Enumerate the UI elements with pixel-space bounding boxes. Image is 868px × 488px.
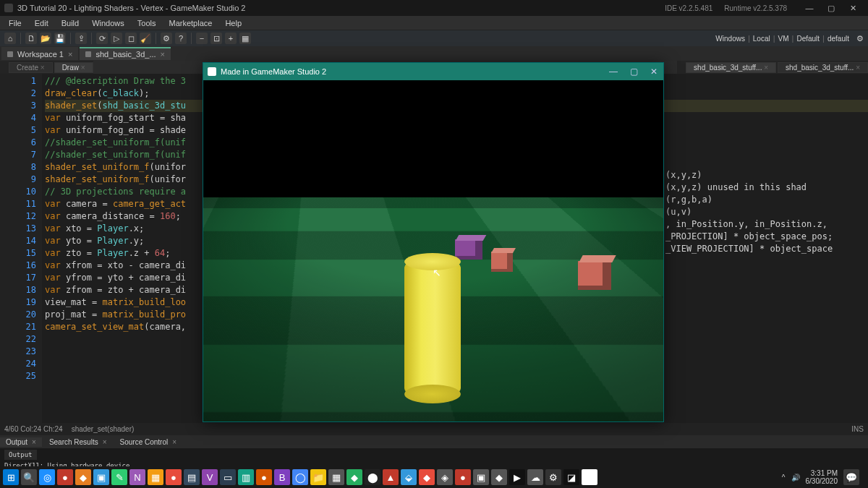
cursor-position: 4/60 Col:24 Ch:24 [4,425,63,433]
stop-icon[interactable]: ◻ [125,33,137,44]
close-icon[interactable]: × [79,64,85,72]
target-settings-icon[interactable]: ⚙ [856,34,864,43]
taskbar-app-icon[interactable]: ◪ [563,469,579,485]
taskbar-app-icon[interactable]: V [202,469,218,485]
line-gutter: 1234567891011121314151617181920212223242… [0,74,42,423]
taskbar-app-icon[interactable]: ● [57,469,73,485]
minimize-button[interactable]: — [799,1,820,15]
target-windows[interactable]: Windows [715,35,745,43]
toolbar: ⌂ 🗋 📂 💾 ⇪ ⟳ ▷ ◻ 🧹 ⚙ ? − ⊡ + ▦ Windows | … [0,30,868,46]
menu-file[interactable]: File [3,17,27,29]
game-maximize-button[interactable]: ▢ [629,67,639,77]
taskbar-app-icon[interactable]: ◆ [491,469,507,485]
window-title: 3D Tutorial 20 - Lighting Shaders - Vert… [17,4,246,12]
taskbar-app-icon[interactable]: ✎ [111,469,127,485]
help-icon[interactable]: ? [175,33,187,44]
debug-icon[interactable]: ⟳ [96,33,108,44]
taskbar-app-icon[interactable]: ◎ [39,469,55,485]
taskbar-app-icon[interactable]: B [274,469,290,485]
taskbar-app-icon[interactable]: ⬙ [401,469,417,485]
open-icon[interactable]: 📂 [40,33,51,44]
close-icon[interactable]: × [762,64,768,72]
zoom-reset-icon[interactable]: ⊡ [210,33,222,44]
taskbar-app-icon[interactable]: ▣ [93,469,109,485]
taskbar-app-icon[interactable]: ● [166,469,182,485]
taskbar-app-icon[interactable]: ◯ [292,469,308,485]
taskbar-app-icon[interactable]: 📁 [310,469,326,485]
close-icon[interactable]: × [38,64,45,72]
panel-tab-output[interactable]: Output× [0,437,42,447]
tray-chevron-icon[interactable]: ^ [782,474,786,481]
panel-tab-search-results[interactable]: Search Results× [43,437,113,447]
workspace-tab[interactable]: Workspace 1× [1,47,78,60]
runtime-version: Runtime v2.2.5.378 [724,4,787,12]
close-icon[interactable]: × [854,64,860,72]
menu-help[interactable]: Help [219,17,247,29]
menu-windows[interactable]: Windows [86,17,130,29]
taskbar-app-icon[interactable]: ◆ [419,469,435,485]
taskbar-app-icon[interactable]: ◈ [437,469,453,485]
menu-tools[interactable]: Tools [132,17,162,29]
code-right-pane: (x,y,z)(x,y,z) unused in this shad(r,g,b… [665,169,868,255]
system-clock[interactable]: 3:31 PM 6/30/2020 [806,469,838,485]
taskbar-app-icon[interactable]: ▲ [383,469,399,485]
export-icon[interactable]: ⇪ [75,33,87,44]
menu-marketplace[interactable]: Marketplace [163,17,218,29]
target-local[interactable]: Local [753,35,770,43]
home-icon[interactable]: ⌂ [4,33,16,44]
taskbar-app-icon[interactable]: ▭ [220,469,236,485]
taskbar-app-icon[interactable]: ◆ [75,469,91,485]
taskbar-app-icon[interactable]: ▣ [473,469,489,485]
doc-tab[interactable]: shd_basic_3d_stuff... × [778,62,868,73]
ide-version: IDE v2.2.5.481 [665,4,712,12]
taskbar-app-icon[interactable]: ⚙ [545,469,561,485]
taskbar-app-icon[interactable]: ● [256,469,272,485]
tray-volume-icon[interactable]: 🔊 [791,474,800,481]
close-button[interactable]: ✕ [842,1,864,15]
event-tabs: Create ×Draw × [0,61,93,74]
game-window-title: Made in GameMaker Studio 2 [221,67,326,76]
game-window[interactable]: Made in GameMaker Studio 2 — ▢ ✕ ↖ [203,62,664,422]
windows-taskbar[interactable]: ⊞🔍◎●◆▣✎N▦●▤V▭▥●B◯📁▦◆⬤▲⬙◆◈●▣◆▶☁⚙◪◆ ^ 🔊 3:… [0,466,868,488]
close-icon[interactable]: × [68,50,72,59]
clean-icon[interactable]: 🧹 [140,33,151,44]
output-tabs: Output×Search Results×Source Control× [0,435,868,448]
menu-edit[interactable]: Edit [29,17,54,29]
save-icon[interactable]: 💾 [54,33,66,44]
tray-notification-icon[interactable]: 💬 [843,469,859,485]
taskbar-app-icon[interactable]: ▥ [238,469,254,485]
taskbar-app-icon[interactable]: ▦ [148,469,163,485]
taskbar-app-icon[interactable]: N [129,469,145,485]
target-vm[interactable]: VM [778,35,789,43]
taskbar-app-icon[interactable]: ▤ [184,469,200,485]
maximize-button[interactable]: ▢ [820,1,842,15]
target-default[interactable]: Default [796,35,820,43]
output-subtab[interactable]: Output [4,450,37,460]
doc-tab[interactable]: shd_basic_3d_stuff... × [686,62,776,73]
taskbar-app-icon[interactable]: ▦ [328,469,344,485]
taskbar-app-icon[interactable]: 🔍 [21,469,37,485]
zoom-in-icon[interactable]: + [225,33,237,44]
taskbar-app-icon[interactable]: ◆ [582,469,597,485]
doc-tab[interactable]: Draw × [54,62,93,73]
game-minimize-button[interactable]: — [608,67,618,77]
menu-build[interactable]: Build [56,17,85,29]
game-titlebar[interactable]: Made in GameMaker Studio 2 — ▢ ✕ [203,63,663,80]
taskbar-app-icon[interactable]: ☁ [527,469,543,485]
workspace-tab[interactable]: shd_basic_3d_...× [80,47,171,60]
new-icon[interactable]: 🗋 [25,33,37,44]
close-icon[interactable]: × [161,50,165,59]
doc-tab[interactable]: Create × [9,62,53,73]
game-close-button[interactable]: ✕ [649,67,659,77]
panel-tab-source-control[interactable]: Source Control× [114,437,183,447]
settings-icon[interactable]: ⚙ [161,33,172,44]
target-default[interactable]: default [827,35,849,43]
taskbar-app-icon[interactable]: ⬤ [365,469,380,485]
taskbar-app-icon[interactable]: ▶ [509,469,525,485]
run-icon[interactable]: ▷ [111,33,122,44]
taskbar-app-icon[interactable]: ◆ [346,469,362,485]
layout-icon[interactable]: ▦ [239,33,251,44]
taskbar-app-icon[interactable]: ● [455,469,471,485]
taskbar-app-icon[interactable]: ⊞ [3,469,19,485]
zoom-out-icon[interactable]: − [196,33,208,44]
